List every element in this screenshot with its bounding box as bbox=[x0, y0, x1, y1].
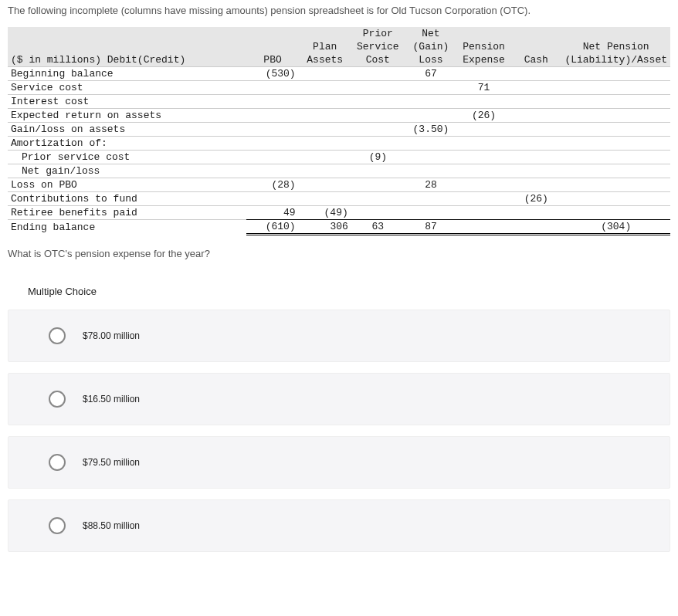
cell-plan bbox=[299, 137, 351, 151]
cell-prior: (9) bbox=[351, 151, 405, 164]
table-row: Loss on PBO(28)28 bbox=[8, 178, 670, 192]
cell-pension: (26) bbox=[457, 109, 510, 123]
hdr-blank bbox=[246, 40, 298, 53]
option-label: $88.50 million bbox=[83, 520, 140, 531]
row-label: Interest cost bbox=[8, 95, 246, 109]
table-row: Gain/loss on assets(3.50) bbox=[8, 123, 670, 137]
cell-prior bbox=[351, 81, 405, 95]
table-body: Beginning balance(530)67Service cost71In… bbox=[8, 67, 670, 235]
cell-liab bbox=[561, 95, 670, 109]
cell-pbo bbox=[246, 137, 298, 151]
header-row-1: Prior Net bbox=[8, 27, 670, 40]
cell-pension bbox=[457, 123, 510, 137]
cell-pbo bbox=[246, 123, 298, 137]
cell-net bbox=[405, 95, 457, 109]
hdr-assets: Assets bbox=[299, 53, 351, 67]
cell-prior bbox=[351, 109, 405, 123]
hdr-net: Net bbox=[405, 27, 457, 40]
option-a[interactable]: $78.00 million bbox=[8, 310, 670, 362]
cell-pbo bbox=[246, 192, 298, 206]
radio-icon bbox=[49, 391, 66, 408]
row-label: Beginning balance bbox=[8, 67, 246, 81]
cell-liab bbox=[561, 137, 670, 151]
intro-text: The following incomplete (columns have m… bbox=[0, 0, 678, 27]
radio-icon bbox=[49, 454, 66, 471]
cell-cash bbox=[510, 81, 561, 95]
table-row: Amortization of: bbox=[8, 137, 670, 151]
cell-prior: 63 bbox=[351, 220, 405, 235]
option-b[interactable]: $16.50 million bbox=[8, 373, 670, 425]
hdr-blank bbox=[299, 27, 351, 40]
cell-plan bbox=[299, 81, 351, 95]
cell-liab bbox=[561, 81, 670, 95]
table-row: Contributions to fund(26) bbox=[8, 192, 670, 206]
cell-net: 28 bbox=[405, 178, 457, 192]
cell-prior bbox=[351, 67, 405, 81]
cell-pension bbox=[457, 151, 510, 164]
cell-liab bbox=[561, 151, 670, 164]
cell-cash bbox=[510, 67, 561, 81]
cell-plan bbox=[299, 109, 351, 123]
cell-net bbox=[405, 81, 457, 95]
hdr-blank bbox=[510, 27, 561, 40]
cell-liab bbox=[561, 67, 670, 81]
cell-net: 67 bbox=[405, 67, 457, 81]
hdr-expense: Expense bbox=[457, 53, 510, 67]
table-row: Prior service cost(9) bbox=[8, 151, 670, 164]
hdr-label: ($ in millions) Debit(Credit) bbox=[8, 53, 246, 67]
multiple-choice-label: Multiple Choice bbox=[0, 264, 678, 302]
cell-pbo: (28) bbox=[246, 178, 298, 192]
cell-cash: (26) bbox=[510, 192, 561, 206]
pension-table-wrap: Prior Net Plan Service (Gain) Pension Ne… bbox=[0, 27, 678, 235]
hdr-pension: Pension bbox=[457, 40, 510, 53]
cell-net: (3.50) bbox=[405, 123, 457, 137]
table-row: Service cost71 bbox=[8, 81, 670, 95]
cell-pension bbox=[457, 95, 510, 109]
row-label: Ending balance bbox=[8, 220, 246, 235]
hdr-plan: Plan bbox=[299, 40, 351, 53]
cell-plan bbox=[299, 164, 351, 178]
hdr-pbo: PBO bbox=[246, 53, 298, 67]
cell-pbo bbox=[246, 164, 298, 178]
row-label: Amortization of: bbox=[8, 137, 246, 151]
cell-plan bbox=[299, 151, 351, 164]
cell-plan bbox=[299, 95, 351, 109]
hdr-blank bbox=[510, 40, 561, 53]
question-text: What is OTC's pension expense for the ye… bbox=[0, 235, 678, 264]
cell-pbo bbox=[246, 151, 298, 164]
option-c[interactable]: $79.50 million bbox=[8, 436, 670, 489]
cell-pension bbox=[457, 137, 510, 151]
cell-net bbox=[405, 164, 457, 178]
hdr-loss: Loss bbox=[405, 53, 457, 67]
cell-cash bbox=[510, 109, 561, 123]
cell-pbo bbox=[246, 95, 298, 109]
hdr-liability: (Liability)/Asset bbox=[561, 53, 670, 67]
cell-net bbox=[405, 192, 457, 206]
option-d[interactable]: $88.50 million bbox=[8, 499, 670, 552]
hdr-blank bbox=[246, 27, 298, 40]
cell-prior bbox=[351, 95, 405, 109]
row-label: Expected return on assets bbox=[8, 109, 246, 123]
cell-plan bbox=[299, 123, 351, 137]
header-row-3: ($ in millions) Debit(Credit) PBO Assets… bbox=[8, 53, 670, 67]
cell-pension: 71 bbox=[457, 81, 510, 95]
ending-row: Ending balance(610)3066387(304) bbox=[8, 220, 670, 235]
cell-cash bbox=[510, 220, 561, 235]
radio-icon bbox=[49, 327, 66, 344]
cell-cash bbox=[510, 178, 561, 192]
hdr-blank bbox=[8, 27, 246, 40]
cell-plan bbox=[299, 192, 351, 206]
cell-prior bbox=[351, 137, 405, 151]
cell-pbo bbox=[246, 109, 298, 123]
cell-pbo: (610) bbox=[246, 220, 298, 235]
cell-cash bbox=[510, 137, 561, 151]
hdr-blank bbox=[8, 40, 246, 53]
row-label: Contributions to fund bbox=[8, 192, 246, 206]
pension-table: Prior Net Plan Service (Gain) Pension Ne… bbox=[8, 27, 670, 235]
table-row: Net gain/loss bbox=[8, 164, 670, 178]
hdr-prior: Prior bbox=[351, 27, 405, 40]
cell-prior bbox=[351, 164, 405, 178]
row-label: Gain/loss on assets bbox=[8, 123, 246, 137]
cell-pension bbox=[457, 206, 510, 220]
option-label: $78.00 million bbox=[83, 330, 140, 341]
